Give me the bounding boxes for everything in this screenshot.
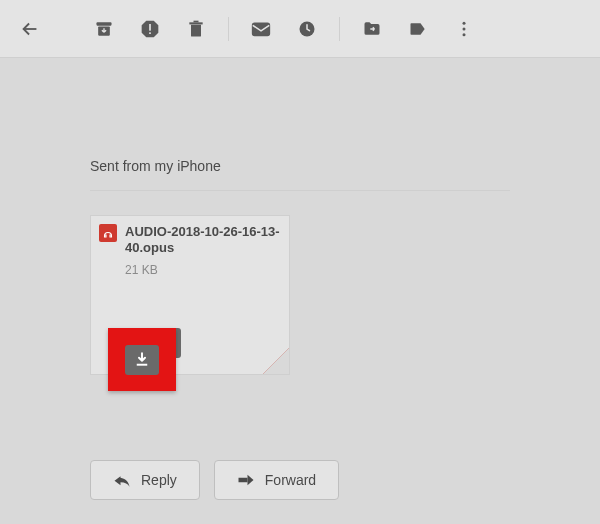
delete-button[interactable] <box>176 9 216 49</box>
snooze-button[interactable] <box>287 9 327 49</box>
reply-button[interactable]: Reply <box>90 460 200 500</box>
forward-label: Forward <box>265 472 316 488</box>
message-body: Sent from my iPhone AUDIO-2018-10-26-16-… <box>0 58 600 375</box>
download-button[interactable] <box>125 345 159 375</box>
svg-rect-7 <box>253 23 270 35</box>
archive-icon <box>94 19 114 39</box>
svg-point-9 <box>463 21 466 24</box>
toolbar-separator <box>339 17 340 41</box>
download-icon <box>133 351 151 369</box>
folder-move-icon <box>362 19 382 39</box>
labels-button[interactable] <box>398 9 438 49</box>
archive-button[interactable] <box>84 9 124 49</box>
attachment-card[interactable]: AUDIO-2018-10-26-16-13-40.opus 21 KB <box>90 215 290 375</box>
svg-rect-0 <box>97 22 112 25</box>
svg-rect-16 <box>238 478 247 483</box>
reply-label: Reply <box>141 472 177 488</box>
svg-rect-3 <box>149 24 151 31</box>
svg-rect-5 <box>189 22 202 24</box>
message-actions: Reply Forward <box>90 460 339 500</box>
attachment-header: AUDIO-2018-10-26-16-13-40.opus <box>91 216 289 261</box>
mail-icon <box>250 18 272 40</box>
mark-unread-button[interactable] <box>241 9 281 49</box>
more-button[interactable] <box>444 9 484 49</box>
forward-icon <box>237 473 255 487</box>
audio-file-icon <box>99 224 117 242</box>
attachment-filename: AUDIO-2018-10-26-16-13-40.opus <box>125 224 281 257</box>
spam-icon <box>140 19 160 39</box>
move-to-button[interactable] <box>352 9 392 49</box>
dots-vertical-icon <box>454 19 474 39</box>
label-icon <box>408 19 428 39</box>
arrow-left-icon <box>19 18 41 40</box>
attachment-size: 21 KB <box>91 263 289 277</box>
body-divider <box>90 190 510 191</box>
toolbar <box>0 0 600 58</box>
forward-button[interactable]: Forward <box>214 460 339 500</box>
svg-point-10 <box>463 27 466 30</box>
svg-rect-15 <box>137 363 148 365</box>
signature-text: Sent from my iPhone <box>90 158 510 174</box>
reply-icon <box>113 473 131 487</box>
report-spam-button[interactable] <box>130 9 170 49</box>
page-fold-bg <box>263 348 289 374</box>
trash-icon <box>186 19 206 39</box>
back-button[interactable] <box>10 9 50 49</box>
svg-marker-17 <box>247 475 253 486</box>
toolbar-separator <box>228 17 229 41</box>
svg-rect-6 <box>194 20 199 22</box>
svg-point-11 <box>463 33 466 36</box>
svg-rect-4 <box>149 32 151 34</box>
clock-icon <box>297 19 317 39</box>
